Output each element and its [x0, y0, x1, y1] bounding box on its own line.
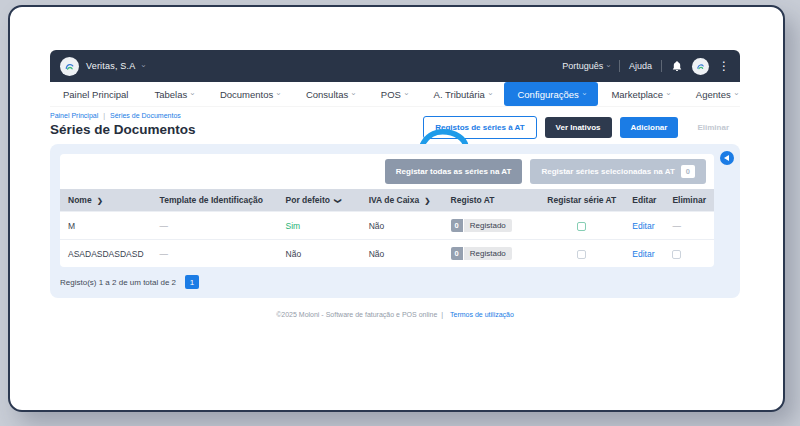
nav-label: Configurações: [517, 89, 578, 100]
nav-label: Consultas: [306, 89, 348, 100]
chevron-down-icon: ›: [189, 93, 197, 96]
more-options-kebab-icon[interactable]: ⋮: [718, 59, 730, 73]
cell-registar-serie: [539, 212, 624, 240]
nav-label: Marketplace: [611, 89, 663, 100]
app-container: Veritas, S.A › Português › Ajuda: [50, 50, 740, 318]
pagination: Registo(s) 1 a 2 de um total de 2 1: [60, 275, 714, 289]
cell-nome: ASADASDASDASD: [60, 240, 152, 268]
language-selector[interactable]: Português ›: [562, 61, 610, 71]
nav-label: Painel Principal: [63, 89, 128, 100]
cell-iva-caixa: Não: [361, 212, 443, 240]
page-1-button[interactable]: 1: [185, 275, 199, 289]
chevron-down-icon: ›: [140, 65, 148, 68]
cell-eliminar: —: [664, 212, 714, 240]
col-header-iva-caixa[interactable]: IVA de Caixa ❯: [361, 189, 443, 212]
series-registry-button[interactable]: Registos de séries à AT: [423, 116, 536, 139]
at-registry-chip: 0 Registado: [451, 219, 512, 232]
divider: [619, 60, 620, 72]
col-header-eliminar: Eliminar: [664, 189, 714, 212]
table-header-row: Nome ❯ Template de Identificação Por def…: [60, 189, 714, 212]
register-all-series-button[interactable]: Registar todas as séries na AT: [385, 159, 523, 184]
series-table: Nome ❯ Template de Identificação Por def…: [60, 189, 714, 267]
page-header-left: Painel Principal | Séries de Documentos …: [50, 112, 196, 139]
table-row: M — Sim Não 0 Registado: [60, 212, 714, 240]
nav-documentos[interactable]: Documentos ›: [207, 82, 293, 106]
cell-editar: Editar: [624, 240, 664, 268]
terms-link[interactable]: Termos de utilização: [450, 311, 514, 318]
nav-agentes[interactable]: Agentes ›: [683, 82, 751, 106]
cell-por-defeito: Sim: [278, 212, 361, 240]
chevron-down-icon: ›: [605, 65, 613, 68]
chevron-down-icon: ›: [350, 93, 358, 96]
topbar-right: Português › Ajuda: [562, 58, 730, 75]
main-nav: Painel Principal Tabelas › Documentos › …: [50, 82, 740, 106]
help-label: Ajuda: [629, 61, 652, 71]
chevron-down-icon: ›: [486, 93, 494, 96]
nav-marketplace[interactable]: Marketplace ›: [598, 82, 682, 106]
chevron-left-icon: [724, 155, 729, 161]
delete-button[interactable]: Eliminar: [686, 117, 740, 138]
nav-a-tributaria[interactable]: A. Tributária ›: [421, 82, 505, 106]
nav-label: Agentes: [696, 89, 731, 100]
company-logo-icon: [60, 57, 79, 76]
cell-nome: M: [60, 212, 152, 240]
pagination-summary: Registo(s) 1 a 2 de um total de 2: [60, 278, 176, 287]
at-count-badge: 0: [451, 247, 463, 260]
breadcrumb: Painel Principal | Séries de Documentos: [50, 112, 196, 119]
at-status-badge: Registado: [464, 247, 512, 260]
select-row-checkbox[interactable]: [577, 222, 586, 231]
cell-iva-caixa: Não: [361, 240, 443, 268]
cell-eliminar: [664, 240, 714, 268]
series-card: Registar todas as séries na AT Registar …: [60, 154, 714, 267]
edit-link[interactable]: Editar: [632, 221, 654, 231]
delete-row-checkbox[interactable]: [672, 250, 681, 259]
nav-label: Documentos: [220, 89, 273, 100]
at-status-badge: Registado: [464, 219, 512, 232]
topbar: Veritas, S.A › Português › Ajuda: [50, 50, 740, 82]
sort-down-icon: ❯: [334, 198, 342, 204]
col-header-registar-serie-at: Registar série AT: [539, 189, 624, 212]
company-switcher[interactable]: Veritas, S.A ›: [60, 57, 145, 76]
chevron-down-icon: ›: [402, 93, 410, 96]
footer: ©2025 Moloni - Software de faturação e P…: [50, 311, 740, 318]
notifications-bell-icon[interactable]: [671, 60, 683, 72]
at-count-badge: 0: [451, 219, 463, 232]
chevron-down-icon: ›: [732, 93, 740, 96]
select-row-checkbox[interactable]: [577, 250, 586, 259]
cell-editar: Editar: [624, 212, 664, 240]
company-name: Veritas, S.A: [86, 61, 135, 71]
cell-por-defeito: Não: [278, 240, 361, 268]
sort-right-icon: ❯: [97, 197, 103, 205]
cell-registo-at: 0 Registado: [443, 212, 540, 240]
user-avatar[interactable]: [692, 58, 709, 75]
chevron-down-icon: ›: [664, 93, 672, 96]
at-registry-chip: 0 Registado: [451, 247, 512, 260]
add-button[interactable]: Adicionar: [620, 117, 679, 138]
nav-painel-principal[interactable]: Painel Principal: [50, 82, 141, 106]
footer-separator: |: [441, 311, 443, 318]
footer-copyright: ©2025 Moloni - Software de faturação e P…: [276, 311, 437, 318]
nav-consultas[interactable]: Consultas ›: [293, 82, 368, 106]
col-header-template: Template de Identificação: [152, 189, 278, 212]
sort-right-icon: ❯: [425, 197, 431, 205]
breadcrumb-parent[interactable]: Painel Principal: [50, 112, 98, 119]
nav-pos[interactable]: POS ›: [368, 82, 421, 106]
table-row: ASADASDASDASD — Não Não 0 Registado: [60, 240, 714, 268]
collapse-panel-button[interactable]: [720, 151, 734, 165]
register-selected-label: Registar séries selecionadas na AT: [541, 167, 674, 176]
nav-configuracoes[interactable]: Configurações ›: [504, 82, 598, 106]
cell-template: —: [152, 212, 278, 240]
chevron-down-icon: ›: [275, 93, 283, 96]
help-link[interactable]: Ajuda: [629, 61, 652, 71]
col-header-nome[interactable]: Nome ❯: [60, 189, 152, 212]
browser-window: Veritas, S.A › Português › Ajuda: [8, 5, 785, 412]
breadcrumb-current[interactable]: Séries de Documentos: [110, 112, 181, 119]
view-inactive-button[interactable]: Ver Inativos: [545, 117, 612, 138]
nav-tabelas[interactable]: Tabelas ›: [141, 82, 206, 106]
edit-link[interactable]: Editar: [632, 249, 654, 259]
register-selected-series-button[interactable]: Registar séries selecionadas na AT 0: [530, 159, 706, 184]
col-header-registo-at: Registo AT: [443, 189, 540, 212]
col-header-por-defeito[interactable]: Por defeito ❯: [278, 189, 361, 212]
language-label: Português: [562, 61, 603, 71]
page-title: Séries de Documentos: [50, 122, 196, 137]
